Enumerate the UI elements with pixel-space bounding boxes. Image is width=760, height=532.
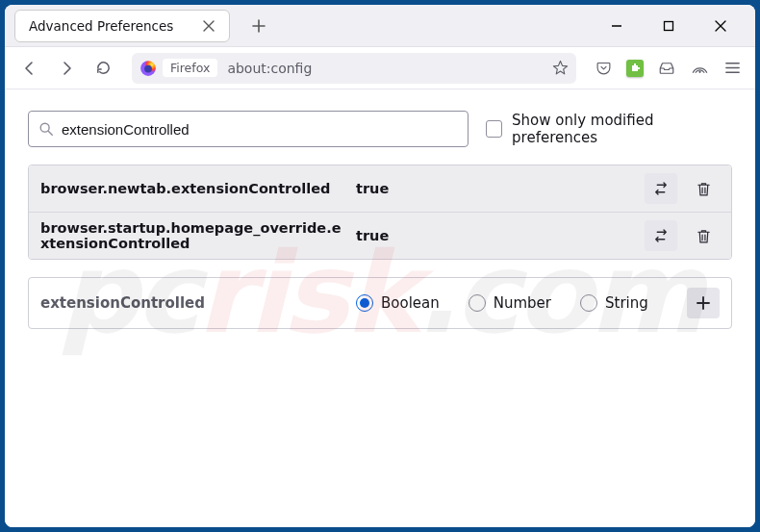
svg-point-2	[144, 64, 152, 72]
firefox-icon	[139, 60, 157, 77]
radio-label: Boolean	[381, 294, 440, 312]
pref-search-box[interactable]	[28, 111, 469, 147]
radio-boolean[interactable]: Boolean	[356, 294, 440, 312]
toolbar-icons	[590, 59, 746, 78]
add-button[interactable]	[687, 288, 720, 318]
radio-label: Number	[494, 294, 551, 312]
pocket-icon[interactable]	[594, 59, 613, 78]
show-modified-row[interactable]: Show only modified preferences	[486, 112, 732, 146]
tab-title: Advanced Preferences	[29, 18, 173, 34]
pref-row[interactable]: browser.newtab.extensionControlled true	[29, 165, 731, 212]
toggle-button[interactable]	[645, 220, 677, 251]
minimize-button[interactable]	[603, 13, 630, 39]
svg-point-3	[698, 71, 700, 73]
pref-name: browser.startup.homepage_override.extens…	[40, 220, 346, 251]
url-text: about:config	[227, 61, 312, 76]
radio-input[interactable]	[469, 294, 486, 312]
active-tab[interactable]: Advanced Preferences	[14, 10, 230, 42]
pref-value: true	[356, 228, 635, 243]
add-pref-row: extensionControlled Boolean Number Strin…	[28, 277, 732, 329]
pref-name: browser.newtab.extensionControlled	[40, 181, 346, 196]
radio-label: String	[605, 294, 648, 312]
forward-button[interactable]	[51, 53, 82, 84]
show-modified-checkbox[interactable]	[486, 120, 502, 138]
bookmark-star-icon[interactable]	[551, 60, 569, 77]
about-config-content: Show only modified preferences browser.n…	[5, 89, 755, 527]
close-window-button[interactable]	[707, 13, 734, 39]
new-tab-button[interactable]	[243, 11, 274, 41]
radio-input[interactable]	[580, 294, 597, 312]
prefs-table: browser.newtab.extensionControlled true …	[28, 165, 732, 260]
titlebar: Advanced Preferences	[5, 5, 755, 47]
search-row: Show only modified preferences	[28, 111, 732, 147]
search-icon	[38, 121, 54, 137]
maximize-button[interactable]	[655, 13, 682, 39]
radio-number[interactable]: Number	[469, 294, 551, 312]
back-button[interactable]	[14, 53, 45, 84]
pref-search-input[interactable]	[62, 121, 458, 138]
new-pref-name: extensionControlled	[40, 294, 346, 312]
browser-window: Advanced Preferences	[5, 5, 755, 527]
delete-button[interactable]	[687, 173, 720, 204]
pref-row[interactable]: browser.startup.homepage_override.extens…	[29, 212, 731, 259]
identity-label: Firefox	[163, 59, 217, 77]
delete-button[interactable]	[687, 220, 720, 251]
toggle-button[interactable]	[645, 173, 677, 204]
type-radio-group: Boolean Number String	[356, 294, 677, 312]
svg-rect-0	[665, 21, 673, 30]
close-tab-icon[interactable]	[202, 19, 215, 33]
show-modified-label: Show only modified preferences	[512, 112, 732, 146]
url-bar[interactable]: Firefox about:config	[132, 53, 576, 84]
nav-toolbar: Firefox about:config	[5, 47, 755, 89]
window-controls	[603, 13, 755, 39]
menu-icon[interactable]	[722, 59, 742, 78]
inbox-icon[interactable]	[657, 59, 676, 78]
radio-string[interactable]: String	[580, 294, 648, 312]
pref-value: true	[356, 181, 635, 196]
reload-button[interactable]	[88, 53, 118, 84]
radio-input[interactable]	[356, 294, 373, 312]
extension-icon[interactable]	[626, 60, 644, 77]
activity-icon[interactable]	[690, 59, 709, 78]
